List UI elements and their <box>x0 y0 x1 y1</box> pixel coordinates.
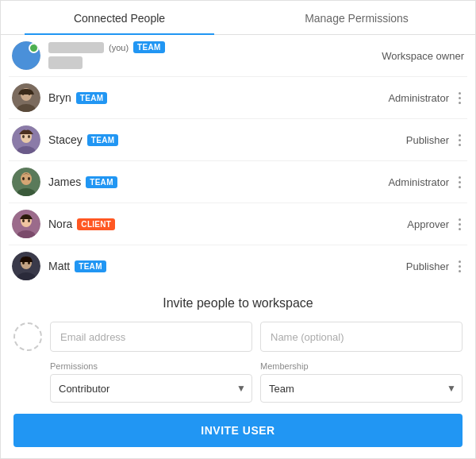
stacey-name: Stacey <box>48 133 83 146</box>
user-row-stacey: Stacey TEAM Publisher <box>9 119 467 161</box>
dot1 <box>459 218 461 221</box>
permissions-group: Permissions Contributor Publisher Admini… <box>50 361 252 403</box>
nora-tag: CLIENT <box>77 218 115 230</box>
tab-manage-permissions[interactable]: Manage Permissions <box>238 1 475 34</box>
dot2 <box>459 97 461 99</box>
user-info-stacey: Stacey TEAM <box>48 133 406 146</box>
james-menu[interactable] <box>455 175 464 190</box>
invite-avatar-placeholder <box>13 322 42 351</box>
user-info-you: (you) TEAM <box>48 41 382 70</box>
stacey-menu[interactable] <box>455 133 464 148</box>
avatar-matt-svg <box>12 252 40 280</box>
dot2 <box>459 223 461 226</box>
svg-point-13 <box>22 177 25 180</box>
user-row-matt: Matt TEAM Publisher <box>9 245 467 287</box>
bryn-role: Administrator <box>388 92 449 104</box>
dot2 <box>459 181 461 183</box>
tab-connected-people[interactable]: Connected People <box>1 1 238 34</box>
bryn-name: Bryn <box>48 91 71 104</box>
matt-role-section: Publisher <box>406 259 464 274</box>
you-name-row: (you) TEAM <box>48 41 165 53</box>
invite-inputs <box>13 322 463 352</box>
membership-select-wrapper: Team Client ▼ <box>260 374 463 403</box>
james-role: Administrator <box>388 176 449 188</box>
avatar-stacey <box>12 125 40 154</box>
dot1 <box>459 134 461 137</box>
avatar-nora <box>12 210 40 238</box>
tab-bar: Connected People Manage Permissions <box>1 1 475 35</box>
permissions-label: Permissions <box>50 361 252 371</box>
membership-group: Membership Team Client ▼ <box>260 361 463 403</box>
you-name-block: (you) TEAM <box>48 41 165 70</box>
svg-point-18 <box>22 219 25 222</box>
tab-connected-people-label: Connected People <box>74 12 165 25</box>
membership-select[interactable]: Team Client <box>260 374 463 403</box>
name-field[interactable] <box>260 322 463 352</box>
invite-section: Invite people to workspace Permissions C… <box>1 287 475 403</box>
james-role-section: Administrator <box>388 175 464 190</box>
dot2 <box>459 265 461 268</box>
you-blurred-name <box>48 42 104 53</box>
dot1 <box>459 176 461 179</box>
avatar-james <box>12 168 40 196</box>
svg-point-8 <box>22 135 25 138</box>
matt-tag: TEAM <box>75 260 106 272</box>
bryn-tag: TEAM <box>76 92 108 104</box>
user-info-matt: Matt TEAM <box>48 260 406 272</box>
matt-role: Publisher <box>406 260 449 272</box>
you-role: Workspace owner <box>382 50 464 62</box>
avatar-stacey-svg <box>12 125 40 154</box>
svg-point-9 <box>28 135 30 138</box>
james-tag: TEAM <box>86 176 117 188</box>
dot3 <box>459 144 461 146</box>
user-info-james: James TEAM <box>48 176 388 188</box>
avatar-bryn <box>12 83 40 112</box>
nora-role: Approver <box>407 218 449 230</box>
matt-name: Matt <box>48 260 70 272</box>
avatar-you <box>12 41 40 70</box>
nora-name: Nora <box>48 218 72 230</box>
james-name: James <box>48 176 81 188</box>
user-row-you: (you) TEAM Workspace owner <box>9 35 467 77</box>
user-row-bryn: Bryn TEAM Administrator <box>9 77 467 119</box>
nora-menu[interactable] <box>455 217 464 232</box>
dot2 <box>459 139 461 141</box>
stacey-tag: TEAM <box>87 134 119 146</box>
user-info-bryn: Bryn TEAM <box>48 91 388 104</box>
user-info-nora: Nora CLIENT <box>48 218 407 230</box>
avatar-bryn-svg <box>12 83 40 112</box>
user-row-james: James TEAM Administrator <box>9 161 467 203</box>
you-label: (you) <box>109 43 129 52</box>
user-row-nora: Nora CLIENT Approver <box>9 203 467 245</box>
user-list: (you) TEAM Workspace owner <box>1 35 475 287</box>
you-blurred-email <box>48 56 83 69</box>
invite-selects: Permissions Contributor Publisher Admini… <box>13 361 463 403</box>
dot1 <box>459 260 461 263</box>
membership-label: Membership <box>260 361 463 371</box>
dot3 <box>459 228 461 230</box>
permissions-select-wrapper: Contributor Publisher Administrator Appr… <box>50 374 252 403</box>
bryn-menu[interactable] <box>455 91 464 106</box>
invite-user-button[interactable]: INVITE USER <box>13 414 463 447</box>
nora-role-section: Approver <box>407 217 464 232</box>
tab-manage-permissions-label: Manage Permissions <box>305 12 409 25</box>
you-team-tag: TEAM <box>133 41 165 53</box>
dot1 <box>459 92 461 94</box>
stacey-role-section: Publisher <box>406 133 464 148</box>
svg-point-14 <box>28 177 30 180</box>
permissions-select[interactable]: Contributor Publisher Administrator Appr… <box>50 374 252 403</box>
dot3 <box>459 102 461 104</box>
stacey-role: Publisher <box>406 134 449 146</box>
dot3 <box>459 270 461 272</box>
avatar-nora-svg <box>12 210 40 238</box>
avatar-james-svg <box>12 168 40 196</box>
you-email-row <box>48 56 165 70</box>
bryn-role-section: Administrator <box>388 91 464 106</box>
you-role-section: Workspace owner <box>382 50 464 62</box>
svg-point-19 <box>28 219 30 222</box>
invite-title: Invite people to workspace <box>13 296 463 310</box>
avatar-matt <box>12 252 40 280</box>
matt-menu[interactable] <box>455 259 464 274</box>
dot3 <box>459 186 461 188</box>
email-field[interactable] <box>50 322 252 352</box>
